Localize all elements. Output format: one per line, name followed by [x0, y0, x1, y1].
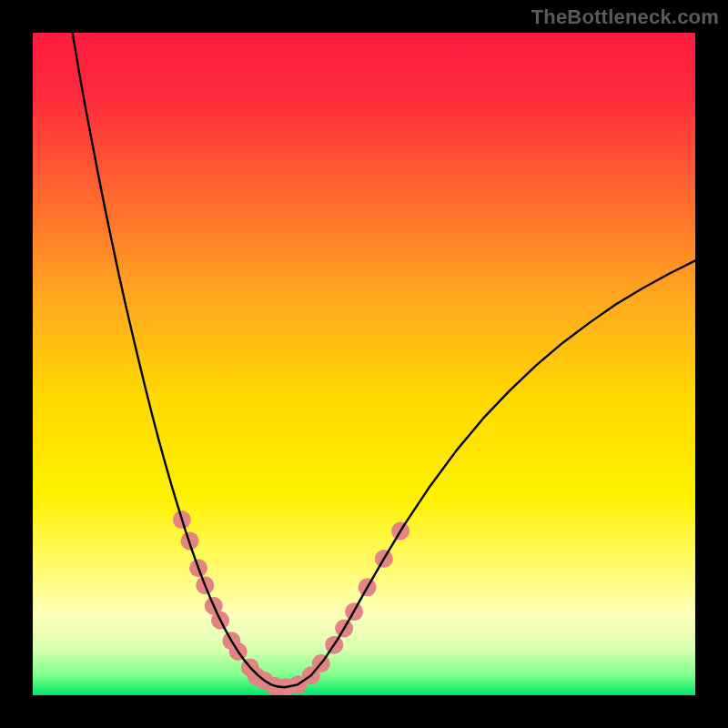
- chart-frame: TheBottleneck.com: [0, 0, 728, 728]
- plot-area: [33, 33, 695, 695]
- chart-svg: [33, 33, 695, 695]
- gradient-background: [33, 33, 695, 695]
- watermark-text: TheBottleneck.com: [531, 5, 719, 29]
